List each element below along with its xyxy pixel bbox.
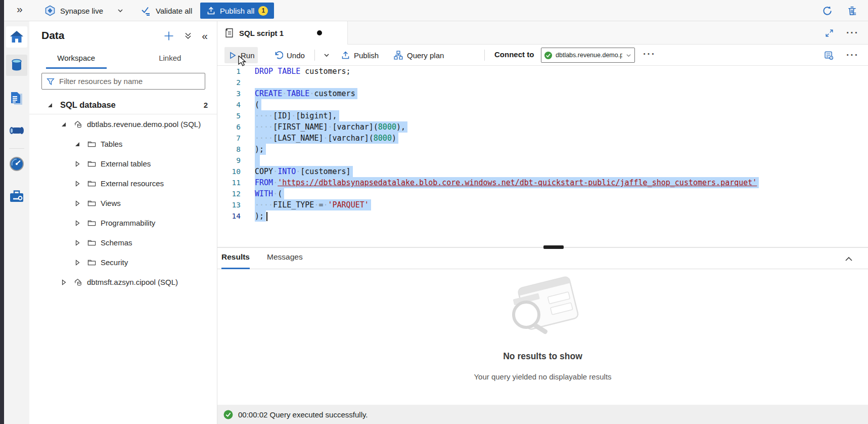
code-line[interactable]: 2 [217, 77, 868, 88]
code-line[interactable]: 9 [217, 155, 868, 166]
nav-data-icon[interactable] [6, 55, 27, 76]
run-options-chevron[interactable] [319, 47, 334, 63]
tab-messages[interactable]: Messages [267, 252, 303, 268]
code-line[interactable]: 5····[ID]·[bigint], [217, 110, 868, 121]
folder-icon [87, 140, 96, 148]
tab-linked[interactable]: Linked [123, 50, 217, 69]
nav-home-icon[interactable] [6, 26, 27, 48]
code-line[interactable]: 1DROP TABLE customers; [217, 66, 868, 77]
environment-selector[interactable]: Synapse live [44, 0, 124, 21]
validate-all-button[interactable]: Validate all [141, 0, 192, 21]
code-line[interactable]: 6····[FIRST_NAME]·[varchar](8000), [217, 121, 868, 133]
tree-item[interactable]: SQL database2 [29, 96, 217, 114]
pool-selector-dropdown[interactable]: dbtlabs.revenue.demo.pool [541, 48, 635, 63]
line-number: 9 [217, 155, 255, 166]
tree-item-label: SQL database [60, 100, 116, 110]
window-edge [0, 0, 4, 424]
tree-item-label: Tables [101, 140, 122, 148]
nav-monitor-icon[interactable] [6, 153, 27, 175]
code-line[interactable]: 11FROM·'https://dbtlabsynapsedatalake.bl… [217, 177, 868, 188]
tab-workspace[interactable]: Workspace [29, 50, 123, 69]
code-line[interactable]: 14); [217, 210, 868, 222]
filter-funnel-icon [46, 77, 55, 86]
splitter-drag-handle[interactable] [543, 245, 564, 249]
undo-button[interactable]: Undo [270, 47, 308, 63]
tree-item-label: Views [101, 199, 121, 207]
publish-all-button[interactable]: Publish all 1 [200, 3, 274, 19]
tree-item[interactable]: Schemas [29, 233, 217, 252]
tab-results[interactable]: Results [221, 252, 250, 269]
line-number: 14 [217, 210, 255, 222]
code-line[interactable]: 8); [217, 144, 868, 155]
line-number: 8 [217, 144, 255, 155]
validate-all-label: Validate all [156, 7, 192, 15]
line-number: 3 [217, 88, 255, 99]
results-header: Results Messages [217, 248, 868, 269]
discard-trash-icon[interactable] [846, 5, 858, 17]
refresh-icon[interactable] [821, 5, 833, 17]
tree-item[interactable]: Views [29, 193, 217, 213]
editor-more-icon[interactable]: ··· [846, 53, 859, 58]
expand-editor-icon[interactable] [825, 28, 834, 38]
success-check-icon [223, 410, 233, 419]
tree-item[interactable]: Tables [29, 134, 217, 154]
synapse-logo-icon [44, 5, 56, 16]
main-editor-area: SQL script 1 ··· Run [217, 21, 868, 424]
tree-item[interactable]: dbtmsft.azsyn.cipool (SQL) [29, 272, 217, 292]
tree-item-label: External tables [101, 159, 151, 168]
view-settings-icon[interactable] [824, 50, 834, 61]
tree-item[interactable]: External resources [29, 174, 217, 193]
publish-upload-icon [341, 51, 350, 60]
nav-manage-icon[interactable] [6, 186, 27, 207]
chevron-down-icon [323, 51, 331, 59]
double-chevron-down-icon[interactable] [184, 31, 193, 40]
tree-item[interactable]: Programmability [29, 213, 217, 233]
folder-icon [87, 238, 96, 247]
environment-label: Synapse live [60, 7, 103, 15]
no-results-illustration [490, 273, 596, 344]
query-plan-button[interactable]: Query plan [390, 47, 447, 63]
chevron-down-icon [117, 7, 124, 14]
collapse-results-chevron-icon[interactable] [844, 254, 854, 264]
data-explorer-panel: Data « Workspace Linked SQL database2dbt… [29, 21, 217, 424]
validate-checkmark-icon [141, 5, 152, 16]
folder-icon [87, 179, 96, 188]
line-number: 6 [217, 121, 255, 133]
run-play-icon [227, 51, 237, 60]
toolbar-separator [314, 50, 315, 61]
nav-integrate-icon[interactable] [6, 120, 27, 141]
tree-item[interactable]: External tables [29, 154, 217, 174]
code-line[interactable]: 3CREATE·TABLE·customers [217, 88, 868, 99]
toolbar-more-icon[interactable]: ··· [643, 52, 656, 57]
nav-develop-icon[interactable] [6, 89, 27, 110]
filter-resources-input[interactable] [59, 77, 201, 86]
folder-icon [87, 219, 96, 227]
sql-code-editor[interactable]: 1DROP TABLE customers;23CREATE·TABLE·cus… [217, 66, 868, 247]
no-results-subtitle: Your query yielded no displayable result… [217, 372, 868, 381]
run-button[interactable]: Run [224, 47, 258, 63]
overflow-chevrons-icon[interactable]: » [17, 3, 23, 15]
no-results-title: No results to show [217, 351, 868, 362]
tab-more-actions-icon[interactable]: ··· [846, 30, 859, 35]
tree-item[interactable]: dbtlabs.revenue.demo.pool (SQL) [29, 114, 217, 134]
tree-item-label: Security [101, 258, 128, 267]
tree-item[interactable]: Security [29, 252, 217, 272]
code-line[interactable]: 4( [217, 99, 868, 110]
code-line[interactable]: 7····[LAST_NAME]·[varchar](8000) [217, 133, 868, 144]
folder-icon [87, 199, 96, 207]
code-line[interactable]: 10COPY·INTO·[customers] [217, 166, 868, 177]
text-cursor [266, 212, 267, 221]
code-line[interactable]: 13····FILE_TYPE·=·'PARQUET' [217, 199, 868, 210]
publish-button[interactable]: Publish [338, 47, 382, 63]
code-line[interactable]: 12WITH·( [217, 188, 868, 199]
top-command-bar: » Synapse live Validate all Publish [4, 0, 868, 21]
line-number: 1 [217, 66, 255, 77]
line-number: 12 [217, 188, 255, 199]
tab-sql-script-1[interactable]: SQL script 1 [217, 21, 348, 45]
publish-count-badge: 1 [258, 6, 268, 16]
line-number: 11 [217, 177, 255, 188]
publish-all-label: Publish all [220, 7, 254, 15]
add-resource-icon[interactable] [163, 30, 174, 41]
collapse-panel-icon[interactable]: « [202, 31, 208, 40]
line-number: 5 [217, 110, 255, 121]
